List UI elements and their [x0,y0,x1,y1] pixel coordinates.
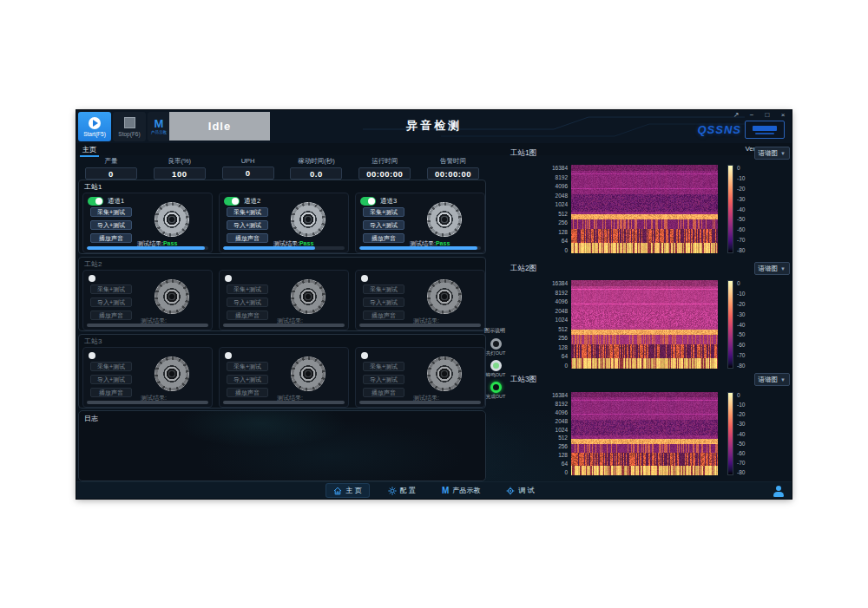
gear-icon [388,487,397,495]
channel-card: 通道1采集+测试导入+测试播放声音测试结果:Pass [82,193,213,253]
stat-label: 稼动时间(秒) [298,157,335,166]
speaker-image [155,356,189,391]
speaker-image [427,279,462,314]
import-test-button[interactable]: 导入+测试 [363,297,404,307]
acquire-test-button[interactable]: 采集+测试 [363,362,404,371]
maximize-icon[interactable]: □ [762,111,773,120]
chart-mode-value: 语谱图 [759,376,779,384]
station-title: 工站3 [84,337,102,346]
play-sound-button[interactable]: 播放声音 [363,311,404,320]
channel-toggle[interactable] [89,352,95,359]
speaker-image [291,279,326,314]
import-test-button[interactable]: 导入+测试 [90,375,132,384]
y-tick-label: 8192 [533,290,568,296]
test-result-label: 测试结果: [137,240,163,246]
tab-home[interactable]: 主页 [80,144,99,157]
chart-mode-dropdown[interactable]: 语谱图▼ [754,262,790,275]
close-icon[interactable]: × [778,111,788,120]
colorbar-tick-label: -10 [737,291,745,297]
play-sound-button[interactable]: 播放声音 [363,388,404,397]
chart-mode-dropdown[interactable]: 语谱图▼ [754,147,790,160]
import-test-button[interactable]: 导入+测试 [90,220,132,230]
user-icon[interactable] [773,485,785,497]
chevron-down-icon: ▼ [780,266,786,271]
stop-button[interactable]: Stop(F6) [113,112,146,141]
import-test-button[interactable]: 导入+测试 [90,297,132,307]
nav-item-1[interactable]: 主 页 [326,484,368,497]
channel-card: 采集+测试导入+测试播放声音测试结果: [82,270,213,330]
nav-item-4[interactable]: 调 试 [499,484,541,497]
m-logo-icon: M [155,119,164,129]
acquire-test-button[interactable]: 采集+测试 [227,362,268,371]
spectrogram-plot [571,392,718,475]
y-tick-label: 256 [533,335,568,341]
colorbar-tick-label: -40 [737,431,745,437]
channel-card: 通道3采集+测试导入+测试播放声音测试结果:Pass [355,193,485,253]
channel-card: 采集+测试导入+测试播放声音测试结果: [219,270,349,330]
stat-value: 0 [222,167,274,180]
chart-mode-dropdown[interactable]: 语谱图▼ [754,373,790,386]
colorbar-tick-label: -10 [737,175,745,181]
play-sound-button[interactable]: 播放声音 [363,233,404,243]
acquire-test-button[interactable]: 采集+测试 [363,284,404,294]
product-teach-button[interactable]: M 产品示教 [148,112,170,141]
channel-toggle[interactable] [224,197,240,206]
channel-toggle[interactable] [225,275,232,282]
nav-item-label: 配 置 [400,486,416,495]
play-sound-button[interactable]: 播放声音 [90,311,132,320]
channel-card: 采集+测试导入+测试播放声音测试结果: [219,347,349,408]
progress-bar [359,401,481,404]
acquire-test-button[interactable]: 采集+测试 [227,284,268,294]
play-icon [89,117,101,129]
import-test-button[interactable]: 导入+测试 [227,297,268,307]
stat-value: 0 [85,167,137,180]
play-sound-button[interactable]: 播放声音 [227,233,268,243]
play-sound-button[interactable]: 播放声音 [227,311,268,320]
acquire-test-button[interactable]: 采集+测试 [363,207,404,217]
import-test-button[interactable]: 导入+测试 [227,375,268,384]
test-result-label: 测试结果: [277,395,303,401]
chart-mode-value: 语谱图 [759,149,779,158]
minimize-icon[interactable]: − [746,111,757,120]
channel-toggle[interactable] [225,352,232,359]
stat-label: UPH [241,157,255,165]
stat-0: 产量0 [85,157,137,180]
progress-bar [359,246,481,250]
stop-button-label: Stop(F6) [118,131,140,137]
m-logo-icon: M [442,487,449,495]
y-tick-label: 2048 [533,418,568,424]
progress-bar [223,401,345,404]
play-sound-button[interactable]: 播放声音 [90,388,132,397]
chart-mode-value: 语谱图 [759,265,779,273]
stats-row: 产量0良率(%)100UPH0稼动时间(秒)0.0运行时间00:00:00告警时… [78,157,486,180]
nav-item-label: 产品示教 [452,486,480,495]
progress-bar [87,246,208,250]
channel-toggle[interactable] [361,275,368,282]
spectrogram-plot [571,165,718,253]
y-tick-label: 8192 [533,401,568,407]
acquire-test-button[interactable]: 采集+测试 [227,207,268,217]
nav-item-2[interactable]: 配 置 [381,484,423,497]
window-controls: ↗ − □ × [731,111,788,120]
acquire-test-button[interactable]: 采集+测试 [90,284,132,294]
import-test-button[interactable]: 导入+测试 [227,220,268,230]
channel-toggle[interactable] [88,197,103,206]
brand-logo: QSSNS [697,123,741,136]
io-label: 完成OUT [486,394,506,400]
acquire-test-button[interactable]: 采集+测试 [90,362,132,371]
channel-toggle[interactable] [360,197,376,206]
nav-items: 主 页配 置M产品示教调 试 [76,482,792,499]
import-test-button[interactable]: 导入+测试 [363,220,404,230]
company-badge [745,121,785,139]
play-sound-button[interactable]: 播放声音 [90,233,132,243]
channel-toggle[interactable] [89,275,95,282]
acquire-test-button[interactable]: 采集+测试 [90,207,132,217]
nav-item-3[interactable]: M产品示教 [435,484,487,497]
start-button[interactable]: Start(F5) [78,112,111,141]
y-tick-label: 64 [533,353,568,359]
import-test-button[interactable]: 导入+测试 [363,375,404,384]
channel-toggle[interactable] [361,352,368,359]
play-sound-button[interactable]: 播放声音 [227,388,268,397]
y-tick-label: 64 [533,461,568,467]
restore-icon[interactable]: ↗ [731,111,741,120]
